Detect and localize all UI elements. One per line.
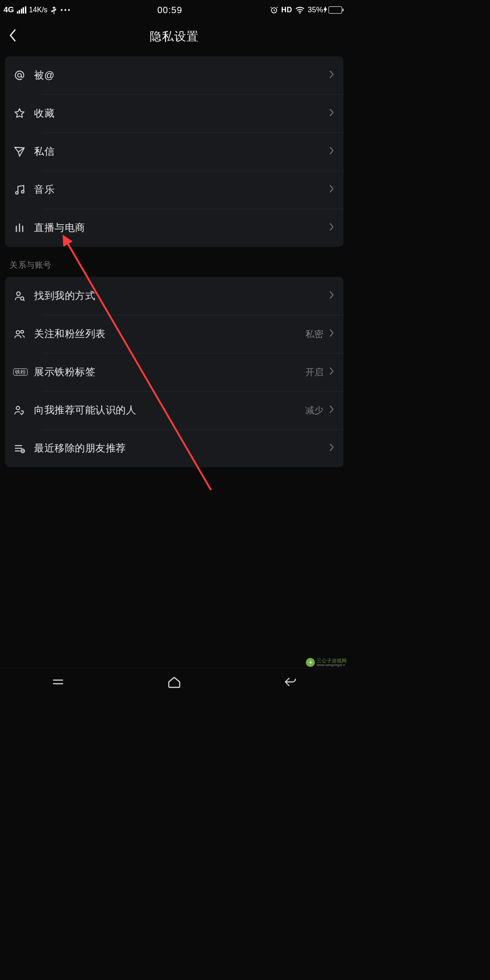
signal-icon (17, 6, 26, 14)
row-label: 直播与电商 (34, 221, 329, 235)
settings-content: 被@ 收藏 私信 音乐 直播与电 (0, 50, 348, 467)
chevron-right-icon (329, 184, 334, 195)
row-label: 展示铁粉标签 (34, 365, 305, 379)
svg-point-4 (299, 12, 301, 14)
svg-point-8 (17, 292, 20, 295)
row-label: 关注和粉丝列表 (34, 327, 305, 341)
row-live-ecommerce[interactable]: 直播与电商 (5, 209, 343, 247)
row-label: 收藏 (34, 107, 329, 120)
network-label: 4G (4, 5, 14, 15)
alarm-icon (270, 5, 279, 15)
row-label: 音乐 (34, 183, 329, 196)
settings-group-interactions: 被@ 收藏 私信 音乐 直播与电 (5, 56, 343, 247)
row-find-me[interactable]: 找到我的方式 (5, 277, 343, 315)
status-time: 00:59 (157, 5, 182, 15)
row-recently-removed[interactable]: 最近移除的朋友推荐 (5, 429, 343, 467)
nav-home-button[interactable] (167, 676, 181, 690)
svg-point-7 (21, 191, 24, 193)
row-mention[interactable]: 被@ (5, 56, 343, 94)
back-button[interactable] (8, 28, 17, 44)
row-value: 开启 (305, 366, 323, 378)
nav-back-button[interactable] (284, 676, 297, 690)
row-dm[interactable]: 私信 (5, 132, 343, 171)
send-icon (13, 145, 34, 158)
row-value: 减少 (305, 404, 323, 416)
svg-point-12 (16, 407, 20, 410)
watermark-logo-icon: ✦ (306, 658, 315, 667)
charging-icon (323, 6, 328, 15)
svg-point-1 (64, 9, 66, 11)
chevron-right-icon (329, 108, 334, 119)
row-label: 最近移除的朋友推荐 (34, 441, 323, 455)
row-iron-fan-label[interactable]: 铁粉 展示铁粉标签 开启 (5, 353, 343, 391)
net-speed: 14K/s (29, 6, 48, 14)
svg-point-0 (61, 9, 63, 11)
page-title: 隐私设置 (150, 29, 199, 44)
watermark: ✦ 三公子游戏网 www.sangongzi.n (306, 658, 347, 667)
row-label: 私信 (34, 145, 329, 158)
row-music[interactable]: 音乐 (5, 171, 343, 209)
page-header: 隐私设置 (0, 23, 348, 50)
svg-point-9 (20, 297, 24, 300)
chevron-right-icon (329, 443, 334, 454)
watermark-text: 三公子游戏网 www.sangongzi.n (317, 658, 347, 667)
row-label: 向我推荐可能认识的人 (34, 403, 305, 417)
status-bar-right: HD 35% (270, 5, 342, 15)
hd-label: HD (281, 6, 292, 14)
row-label: 被@ (34, 69, 329, 82)
person-search-icon (13, 289, 34, 302)
section-title-relations: 关系与账号 (5, 247, 343, 277)
more-icon (60, 8, 70, 12)
wifi-icon (295, 6, 305, 14)
chevron-right-icon (329, 328, 334, 339)
chevron-right-icon (329, 222, 334, 233)
chevron-right-icon (329, 405, 334, 416)
iron-fan-badge-icon: 铁粉 (13, 368, 34, 376)
music-icon (13, 183, 34, 196)
person-suggest-icon (13, 404, 34, 416)
chevron-right-icon (329, 290, 334, 301)
status-bar: 4G 14K/s 00:59 HD 35% (0, 0, 348, 20)
svg-point-10 (16, 331, 20, 334)
chevron-right-icon (329, 70, 334, 81)
list-remove-icon (13, 442, 34, 455)
row-favorites[interactable]: 收藏 (5, 94, 343, 132)
row-follow-fans-list[interactable]: 关注和粉丝列表 私密 (5, 315, 343, 353)
status-bar-left: 4G 14K/s (4, 5, 70, 15)
battery-indicator: 35% (308, 5, 342, 15)
svg-point-2 (68, 9, 70, 11)
svg-point-11 (21, 330, 24, 333)
settings-group-relations: 找到我的方式 关注和粉丝列表 私密 铁粉 展示铁粉标签 开启 向我推荐可能认识的… (5, 277, 343, 467)
row-label: 找到我的方式 (34, 289, 323, 303)
system-nav-bar (0, 668, 348, 697)
usb-icon (50, 5, 58, 15)
battery-icon (328, 6, 342, 14)
at-icon (13, 69, 34, 82)
chevron-right-icon (329, 146, 334, 157)
people-icon (13, 328, 34, 340)
nav-recent-button[interactable] (51, 676, 65, 689)
svg-point-5 (18, 74, 21, 77)
chevron-right-icon (329, 367, 334, 377)
row-recommend-people[interactable]: 向我推荐可能认识的人 减少 (5, 391, 343, 429)
row-value: 私密 (305, 328, 323, 340)
star-icon (13, 107, 34, 120)
live-icon (13, 221, 34, 234)
battery-pct: 35% (308, 5, 323, 15)
svg-point-6 (15, 191, 18, 194)
